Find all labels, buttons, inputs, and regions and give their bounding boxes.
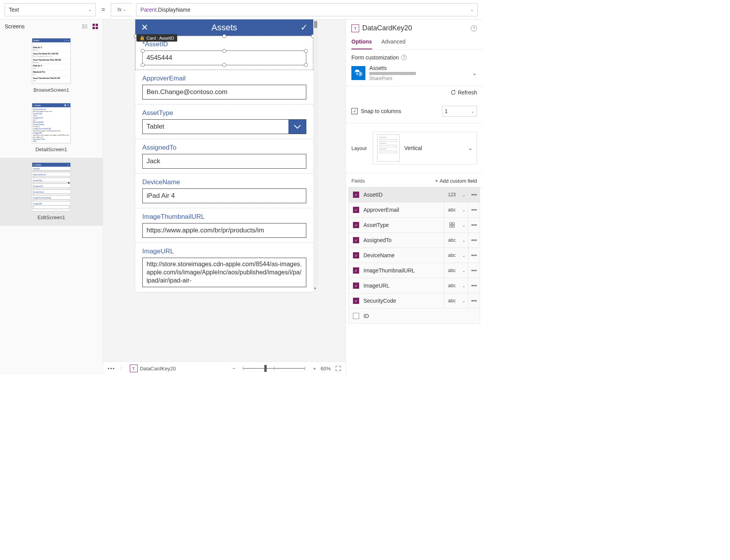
chevron-down-icon[interactable]: ⌄ xyxy=(459,223,468,227)
card-devicename[interactable]: DeviceName iPad Air 4 xyxy=(135,174,313,208)
card-select[interactable]: Tablet xyxy=(142,119,306,134)
chevron-down-icon[interactable]: ⌄ xyxy=(459,238,468,242)
app-canvas[interactable]: ✕ Assets ✓ *AssetID 4545444 xyxy=(135,19,313,292)
field-type-icon[interactable] xyxy=(444,218,459,232)
field-type-icon[interactable]: abc xyxy=(444,203,459,217)
tab-advanced[interactable]: Advanced xyxy=(381,35,405,49)
field-row[interactable]: ✓ImageThumbnailURLabc⌄••• xyxy=(348,263,480,278)
field-checkbox[interactable] xyxy=(349,313,363,319)
field-row[interactable]: ✓SecurityCodeabc⌄••• xyxy=(348,293,480,309)
card-imageurl[interactable]: ImageURL http://store.storeimages.cdn-ap… xyxy=(135,243,313,292)
properties-panel: T DataCardKey20 ? Options Advanced Form … xyxy=(346,19,482,375)
card-input-assetid[interactable]: 4545444 xyxy=(142,51,306,65)
snap-checkbox[interactable]: ✓ xyxy=(351,108,358,114)
card-label: ImageURL xyxy=(142,248,306,255)
field-checkbox[interactable]: ✓ xyxy=(349,283,363,289)
fit-screen-icon[interactable] xyxy=(335,366,341,371)
refresh-icon xyxy=(451,90,456,95)
help-icon[interactable]: ? xyxy=(401,55,407,60)
list-view-icon[interactable] xyxy=(82,24,88,29)
field-row[interactable]: ID xyxy=(348,308,480,324)
card-textarea[interactable]: http://store.storeimages.cdn-apple.com/8… xyxy=(142,258,306,287)
formula-input[interactable]: Parent.DisplayName ⌄ xyxy=(136,3,478,16)
more-icon[interactable]: ••• xyxy=(468,278,480,293)
chevron-down-icon[interactable]: ⌄ xyxy=(459,269,468,273)
field-name: SecurityCode xyxy=(363,293,444,308)
screen-thumb-browse[interactable]: Assets○ ↕ + iPad Air 2Mariana Asus Zen B… xyxy=(0,33,103,98)
chevron-down-icon[interactable] xyxy=(288,120,306,134)
screen-thumb-detail[interactable]: < Assets🗑 ✎ ApproverEmailBen.Change@cont… xyxy=(0,98,103,158)
columns-select[interactable]: 1 ⌄ xyxy=(442,106,477,117)
zoom-in-icon[interactable]: + xyxy=(313,366,316,372)
field-checkbox[interactable]: ✓ xyxy=(349,237,363,243)
card-label: AssetType xyxy=(142,109,306,117)
card-input[interactable]: https://www.apple.com/br/pr/products/im xyxy=(142,223,306,238)
field-row[interactable]: ✓ImageURLabc⌄••• xyxy=(348,278,480,293)
field-row[interactable]: ✓AssignedToabc⌄••• xyxy=(348,232,480,248)
more-icon[interactable]: ••• xyxy=(468,233,480,248)
field-type-icon[interactable]: abc xyxy=(444,263,459,277)
more-icon[interactable]: ••• xyxy=(468,248,480,263)
submit-icon[interactable]: ✓ xyxy=(300,23,307,33)
refresh-button[interactable]: Refresh xyxy=(346,86,482,99)
chevron-down-icon: ⌄ xyxy=(471,109,474,113)
field-type-icon[interactable]: abc xyxy=(444,233,459,247)
fx-icon: fx xyxy=(117,7,121,12)
layout-select[interactable]: Vertical ⌄ xyxy=(404,145,473,151)
chevron-down-icon[interactable]: ⌄ xyxy=(459,193,468,197)
card-assettype[interactable]: AssetType Tablet xyxy=(135,105,313,139)
field-checkbox[interactable]: ✓ xyxy=(349,207,363,213)
card-input[interactable]: Ben.Change@contoso.com xyxy=(142,85,306,99)
field-type-icon[interactable]: abc xyxy=(444,248,459,262)
field-name: ImageURL xyxy=(363,278,444,293)
field-checkbox[interactable]: ✓ xyxy=(349,252,363,258)
text-icon: T xyxy=(130,365,138,372)
card-assignedto[interactable]: AssignedTo Jack xyxy=(135,139,313,174)
add-custom-field-button[interactable]: + Add custom field xyxy=(435,178,477,184)
more-icon[interactable]: ••• xyxy=(468,187,480,202)
fx-button[interactable]: fx ⌄ xyxy=(111,3,132,16)
datasource-selector[interactable]: S Assets SharePoint ⌄ xyxy=(351,65,477,81)
field-checkbox[interactable]: ✓ xyxy=(349,222,363,228)
screen-thumb-edit[interactable]: ✕ Assets✓ AssetID ApproverEmail AssetTyp… xyxy=(0,158,103,226)
field-checkbox[interactable]: ✓ xyxy=(349,267,363,274)
field-row[interactable]: ✓AssetID123⌄••• xyxy=(348,187,480,202)
chevron-down-icon[interactable]: ⌄ xyxy=(459,208,468,212)
card-input[interactable]: iPad Air 4 xyxy=(142,188,306,203)
tab-options[interactable]: Options xyxy=(351,35,372,49)
field-type-icon[interactable]: abc xyxy=(444,279,459,293)
field-checkbox[interactable]: ✓ xyxy=(349,298,363,304)
field-type-icon[interactable]: 123 xyxy=(444,188,459,202)
svg-rect-8 xyxy=(93,27,95,29)
chevron-down-icon[interactable]: ⌄ xyxy=(459,299,468,303)
more-icon[interactable]: ••• xyxy=(108,366,115,372)
chevron-down-icon[interactable]: ⌄ xyxy=(459,253,468,258)
card-input[interactable]: Jack xyxy=(142,154,306,169)
field-row[interactable]: ✓DeviceNameabc⌄••• xyxy=(348,248,480,263)
card-approveremail[interactable]: ApproverEmail Ben.Change@contoso.com xyxy=(135,70,313,105)
canvas-scrollbar[interactable]: ▾ xyxy=(313,19,318,292)
app-title: Assets xyxy=(211,23,237,33)
card-imagethumbnailurl[interactable]: ImageThumbnailURL https://www.apple.com/… xyxy=(135,208,313,243)
field-type-icon[interactable]: abc xyxy=(444,294,459,308)
more-icon[interactable]: ••• xyxy=(468,218,480,232)
zoom-slider[interactable] xyxy=(243,368,305,369)
field-row[interactable]: ✓AssetType⌄••• xyxy=(348,217,480,233)
more-icon[interactable]: ••• xyxy=(468,202,480,217)
card-label: ImageThumbnailURL xyxy=(142,213,306,221)
more-icon[interactable]: ••• xyxy=(468,263,480,278)
zoom-out-icon[interactable]: − xyxy=(232,366,236,372)
field-checkbox[interactable]: ✓ xyxy=(349,192,363,198)
breadcrumb-item[interactable]: DataCardKey20 xyxy=(140,366,176,372)
field-row[interactable]: ✓ApproverEmailabc⌄••• xyxy=(348,202,480,218)
status-bar: ••• 〉 T DataCardKey20 − + 60% xyxy=(103,361,346,375)
cancel-icon[interactable]: ✕ xyxy=(141,23,148,33)
svg-rect-7 xyxy=(96,24,98,26)
more-icon[interactable]: ••• xyxy=(468,293,480,308)
chevron-down-icon[interactable]: ⌄ xyxy=(459,284,468,288)
property-selector[interactable]: Text ⌄ xyxy=(5,3,96,16)
grid-view-icon[interactable] xyxy=(93,24,98,29)
canvas-area: 🔒 Card : AssetID ✕ Assets ✓ *AssetID xyxy=(103,19,346,375)
help-icon[interactable]: ? xyxy=(471,25,477,31)
selection-tooltip: 🔒 Card : AssetID xyxy=(136,34,177,42)
